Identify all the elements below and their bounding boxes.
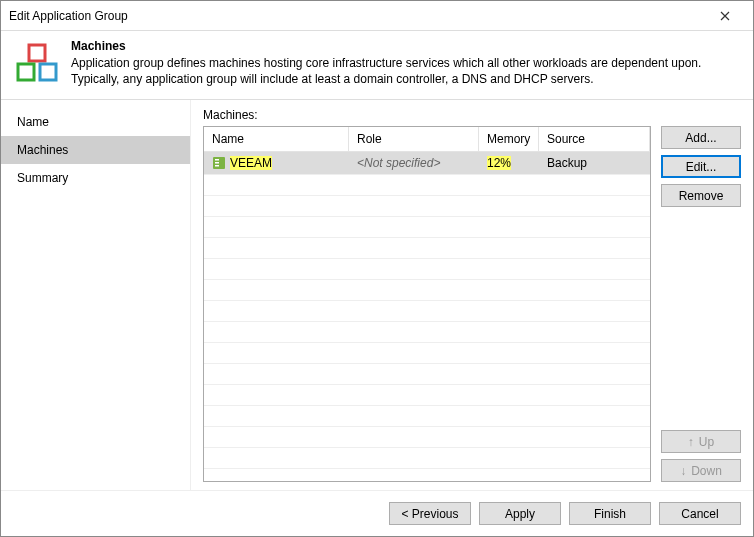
close-button[interactable]: [705, 2, 745, 30]
grid-header: Name Role Memory Source: [204, 127, 650, 152]
sidebar-item-label: Machines: [17, 143, 68, 157]
header-band: Machines Application group defines machi…: [1, 31, 753, 99]
footer: < Previous Apply Finish Cancel: [1, 490, 753, 536]
cancel-button[interactable]: Cancel: [659, 502, 741, 525]
column-role[interactable]: Role: [349, 127, 479, 151]
header-description: Application group defines machines hosti…: [71, 55, 739, 87]
main-panel: Machines: Name Role Memory Source VEEAM: [191, 100, 753, 490]
column-source[interactable]: Source: [539, 127, 650, 151]
sidebar-item-label: Name: [17, 115, 49, 129]
edit-button[interactable]: Edit...: [661, 155, 741, 178]
svg-rect-4: [215, 159, 219, 161]
vm-icon: [212, 156, 226, 170]
apply-button[interactable]: Apply: [479, 502, 561, 525]
finish-button[interactable]: Finish: [569, 502, 651, 525]
close-icon: [720, 11, 730, 21]
grid-body: VEEAM <Not specified> 12% Backup: [204, 152, 650, 481]
machines-grid[interactable]: Name Role Memory Source VEEAM <Not speci…: [203, 126, 651, 482]
row-memory: 12%: [487, 156, 511, 170]
add-button[interactable]: Add...: [661, 126, 741, 149]
up-button: Up: [661, 430, 741, 453]
arrow-up-icon: [688, 435, 699, 449]
sidebar-item-summary[interactable]: Summary: [1, 164, 190, 192]
previous-button[interactable]: < Previous: [389, 502, 471, 525]
down-button: Down: [661, 459, 741, 482]
remove-button[interactable]: Remove: [661, 184, 741, 207]
sidebar-item-name[interactable]: Name: [1, 108, 190, 136]
svg-rect-5: [215, 162, 219, 164]
dialog-body: Name Machines Summary Machines: Name Rol…: [1, 99, 753, 490]
sidebar-item-machines[interactable]: Machines: [1, 136, 190, 164]
empty-rows: [204, 175, 650, 469]
table-row[interactable]: VEEAM <Not specified> 12% Backup: [204, 152, 650, 175]
dialog-window: Edit Application Group Machines Applicat…: [0, 0, 754, 537]
arrow-down-icon: [680, 464, 691, 478]
svg-rect-0: [29, 45, 45, 61]
header-title: Machines: [71, 39, 739, 53]
svg-rect-1: [18, 64, 34, 80]
side-buttons: Add... Edit... Remove Up Down: [661, 126, 741, 482]
svg-rect-2: [40, 64, 56, 80]
step-sidebar: Name Machines Summary: [1, 100, 191, 490]
titlebar: Edit Application Group: [1, 1, 753, 31]
row-role: <Not specified>: [349, 152, 479, 174]
row-source: Backup: [539, 152, 650, 174]
row-name: VEEAM: [230, 156, 272, 170]
column-name[interactable]: Name: [204, 127, 349, 151]
column-memory[interactable]: Memory: [479, 127, 539, 151]
sidebar-item-label: Summary: [17, 171, 68, 185]
window-title: Edit Application Group: [9, 9, 705, 23]
machines-icon: [15, 43, 59, 83]
machines-label: Machines:: [203, 108, 741, 122]
svg-rect-6: [215, 165, 219, 167]
